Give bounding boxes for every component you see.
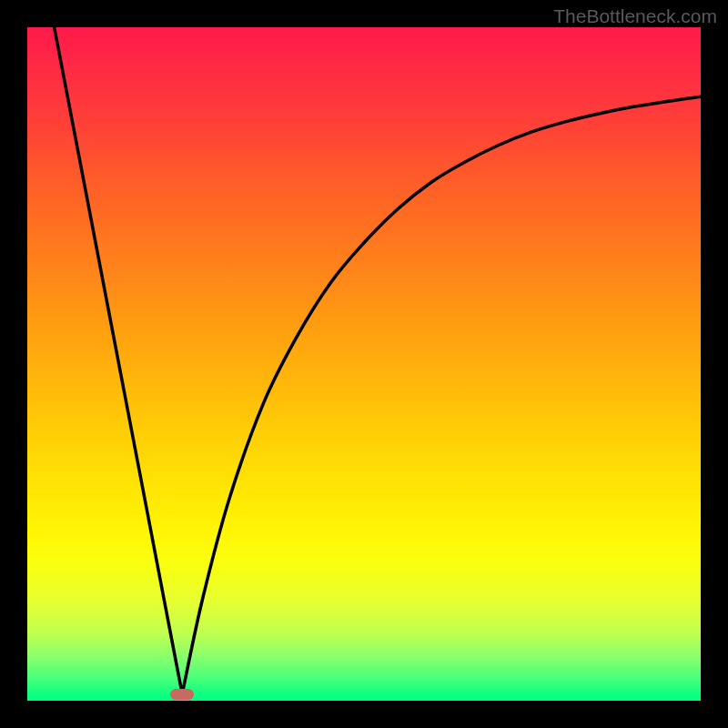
watermark-text: TheBottleneck.com: [553, 5, 717, 27]
optimal-point-marker: [170, 689, 194, 700]
bottleneck-curve: [55, 27, 701, 694]
chart-plot-area: [27, 27, 701, 701]
chart-curve-svg: [27, 27, 701, 701]
